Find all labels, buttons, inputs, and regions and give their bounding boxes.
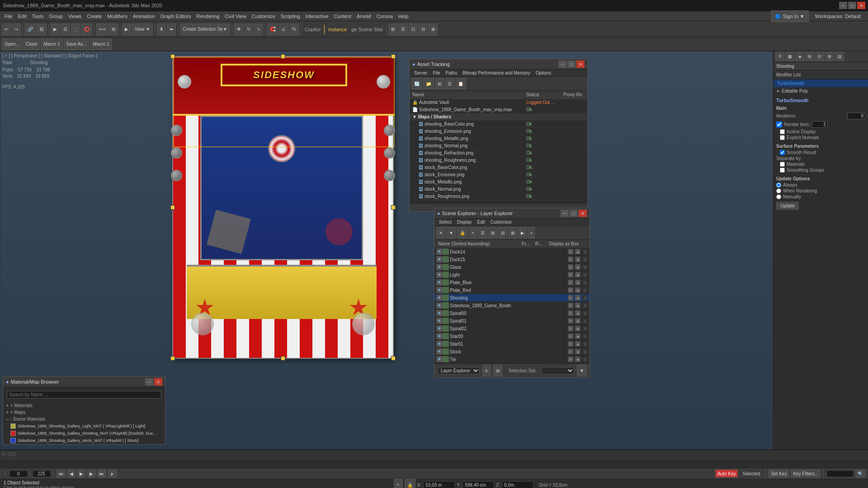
prev-frame-button[interactable]: ◀ (67, 469, 75, 478)
scene-item-light[interactable]: 👁 Light ▷ ● □ (434, 271, 590, 279)
update-button[interactable]: Update (776, 202, 799, 210)
modifier-icon-6[interactable]: ⊠ (825, 52, 834, 61)
scene-item-eye[interactable]: 👁 (436, 264, 443, 270)
scene-item-duck15[interactable]: 👁 Duck15 ▷ ● □ (434, 256, 590, 263)
close-file-button[interactable]: Close (23, 38, 40, 50)
play-options-button[interactable]: ⏵ (108, 469, 117, 478)
percent-snap-button[interactable]: % (289, 23, 299, 35)
menu-arnold[interactable]: Arnold (354, 11, 374, 21)
scene-tool-5[interactable]: ⊟ (498, 227, 507, 239)
menu-corona[interactable]: Corona (374, 11, 396, 21)
play-button[interactable]: ▶ (77, 469, 85, 478)
key-filters-button[interactable]: Key Filters... (791, 469, 821, 478)
asset-row-stock-normal[interactable]: 🖼stock_Normal.png Ok (410, 186, 587, 193)
asset-row-vault[interactable]: 🔒Autodesk Vault Logged Out ... (410, 99, 587, 106)
play-prev-button[interactable]: ⏮ (57, 469, 66, 478)
extra2-button[interactable]: ⊟ (419, 23, 428, 35)
modifier-icon-5[interactable]: ⊟ (815, 52, 824, 61)
menu-animation[interactable]: Animation (130, 11, 158, 21)
align-button[interactable]: ⬍ (157, 23, 166, 35)
asset-btn-2[interactable]: 📁 (423, 78, 434, 89)
menu-civil-view[interactable]: Civil View (222, 11, 249, 21)
asset-row-stock-base[interactable]: 🖼stock_BaseColor.png Ok (410, 164, 587, 171)
maximize-button[interactable]: □ (848, 2, 856, 9)
asset-menu-file[interactable]: File (430, 70, 443, 76)
angle-snap-button[interactable]: ∠ (279, 23, 288, 35)
scene-tool-6[interactable]: ⊠ (508, 227, 517, 239)
asset-row-refraction[interactable]: 🖼shooting_Refraction.png Ok (410, 150, 587, 157)
asset-menu-options[interactable]: Options (533, 70, 554, 76)
scene-tool-8[interactable]: ▪ (528, 227, 535, 239)
scene-item-eye[interactable]: 👁 (436, 333, 443, 339)
turbosmooth-entry[interactable]: TurboSmooth (774, 80, 868, 87)
asset-row-stock-roughness[interactable]: 🖼stock_Roughness.png Ok (410, 193, 587, 200)
auto-key-button[interactable]: Auto Key (715, 469, 738, 478)
scene-tool-4[interactable]: ⊞ (488, 227, 497, 239)
asset-minimize[interactable]: ─ (558, 61, 566, 68)
asset-row-maps-group[interactable]: ▼Maps / Shaders (410, 113, 587, 121)
layer-explorer-dropdown[interactable]: Layer Explorer (437, 367, 480, 375)
modifier-icon-2[interactable]: ▦ (785, 52, 794, 61)
scene-col-fr[interactable]: Fr... (520, 241, 533, 247)
mat-item-0[interactable]: Sideshow_1889_Shooting_Gallery_Light_MAT… (3, 422, 165, 430)
scene-item-glass[interactable]: 👁 Glass ▷ ● □ (434, 263, 590, 271)
render-button[interactable]: ▶ (122, 23, 131, 35)
scene-menu-display[interactable]: Display (454, 219, 475, 225)
asset-menu-bitmap[interactable]: Bitmap Performance and Memory (460, 70, 533, 76)
asset-row-normal[interactable]: 🖼shooting_Normal.png Ok (410, 142, 587, 150)
explicit-normals-checkbox[interactable] (780, 135, 785, 140)
scene-item-plate_red[interactable]: 👁 Plate_Red ▷ ● □ (434, 286, 590, 294)
modifier-icon-4[interactable]: ⊞ (805, 52, 814, 61)
move-button[interactable]: ✥ (234, 23, 243, 35)
search-field[interactable] (826, 470, 854, 477)
material-browser-minimize[interactable]: ─ (145, 378, 153, 385)
scene-item-spiral02[interactable]: 👁 Spiral02 ▷ ● □ (434, 325, 590, 333)
macro1-button-1[interactable]: Macro 1 (41, 38, 62, 50)
unlink-button[interactable]: ⛓ (37, 23, 47, 35)
asset-close[interactable]: ✕ (576, 61, 585, 68)
asset-row-metallic[interactable]: 🖼shooting_Metallic.png Ok (410, 135, 587, 142)
asset-btn-4[interactable]: ☰ (445, 78, 454, 89)
scene-item-eye[interactable]: 👁 (436, 318, 443, 324)
scene-tool-3[interactable]: ☰ (478, 227, 487, 239)
asset-col-name[interactable]: Name (410, 91, 524, 99)
scene-item-eye[interactable]: 👁 (436, 295, 443, 301)
redo-button[interactable]: ↪ (12, 23, 21, 35)
extra3-button[interactable]: ⊠ (429, 23, 438, 35)
scene-item-eye[interactable]: 👁 (436, 325, 443, 332)
lock-btn[interactable]: 🔒 (405, 479, 415, 488)
scene-item-stock[interactable]: 👁 Stock ▷ ● □ (434, 348, 590, 356)
smoothing-groups-checkbox[interactable] (780, 168, 785, 173)
iterations-input[interactable] (847, 113, 865, 119)
scene-menu-customize[interactable]: Customize (488, 219, 514, 225)
scene-item-plate_blue[interactable]: 👁 Plate_Blue ▷ ● □ (434, 279, 590, 286)
menu-edit[interactable]: Edit (15, 11, 29, 21)
scene-materials-section[interactable]: – - Scene Materials (3, 416, 165, 422)
menu-graph-editors[interactable]: Graph Editors (158, 11, 194, 21)
menu-modifiers[interactable]: Modifiers (104, 11, 130, 21)
asset-btn-1[interactable]: 🔄 (411, 78, 422, 89)
asset-row-roughness[interactable]: 🖼shooting_Roughness.png Ok (410, 157, 587, 164)
close-button[interactable]: ✕ (857, 2, 865, 9)
snap-button[interactable]: 🧲 (267, 23, 278, 35)
asset-btn-3[interactable]: ⊞ (435, 78, 444, 89)
scene-item-spiral01[interactable]: 👁 Spiral01 ▷ ● □ (434, 317, 590, 325)
mirror-button[interactable]: ⟺ (96, 23, 108, 35)
smooth-result-checkbox[interactable] (780, 150, 785, 155)
manually-radio[interactable] (776, 194, 781, 199)
selection-set-dropdown[interactable] (541, 367, 575, 375)
scene-item-eye[interactable]: 👁 (436, 310, 443, 316)
menu-scripting[interactable]: Scripting (278, 11, 303, 21)
scene-menu-select[interactable]: Select (436, 219, 454, 225)
material-browser-close[interactable]: ✕ (154, 378, 162, 385)
scene-menu-edit[interactable]: Edit (475, 219, 488, 225)
lasso-select-button[interactable]: ⭕ (81, 23, 92, 35)
frame-input[interactable] (9, 470, 28, 477)
mat-item-1[interactable]: Sideshow_1889_Shooting_Gallery_shooting_… (3, 430, 165, 437)
scene-col-r[interactable]: R... (533, 241, 547, 247)
array-button[interactable]: ⊞ (109, 23, 118, 35)
rect-select-button[interactable]: ⬚ (71, 23, 80, 35)
scene-item-shooting[interactable]: 👁 Shooting ▷ ● □ (434, 294, 590, 302)
scene-item-eye[interactable]: 👁 (436, 356, 443, 362)
select-mode-btn[interactable]: ↖ (394, 479, 403, 488)
